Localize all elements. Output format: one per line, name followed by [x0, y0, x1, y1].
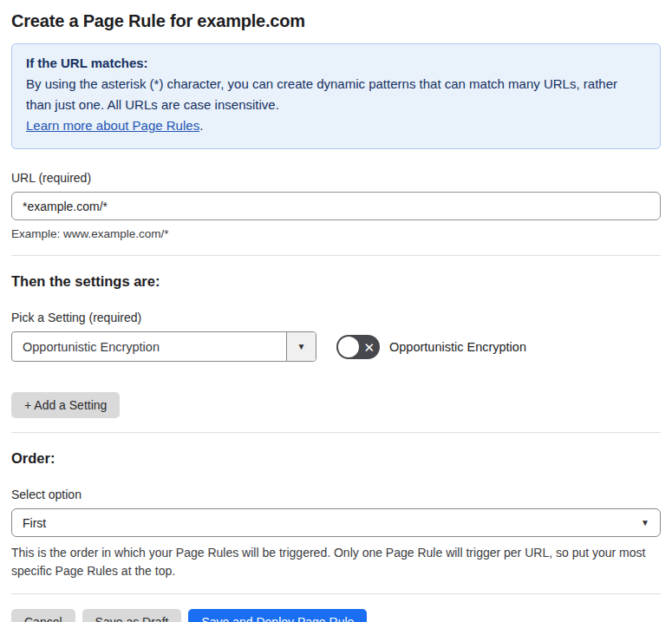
caret-down-icon: ▼	[297, 342, 306, 351]
order-select[interactable]: First ▼	[11, 508, 661, 537]
info-box-body: By using the asterisk (*) character, you…	[26, 74, 646, 115]
pick-setting-label: Pick a Setting (required)	[11, 311, 661, 324]
setting-dropdown[interactable]: Opportunistic Encryption ▼	[11, 331, 316, 362]
order-select-value: First	[23, 516, 46, 530]
order-help-text: This is the order in which your Page Rul…	[11, 544, 661, 580]
form-actions: Cancel Save as Draft Save and Deploy Pag…	[11, 609, 661, 622]
link-suffix: .	[199, 118, 203, 133]
toggle-off-x-icon: ✕	[363, 340, 375, 353]
url-example-text: Example: www.example.com/*	[11, 227, 661, 240]
save-draft-button[interactable]: Save as Draft	[82, 609, 182, 622]
url-match-info-box: If the URL matches: By using the asteris…	[11, 43, 661, 149]
settings-section-heading: Then the settings are:	[11, 273, 661, 290]
page-title: Create a Page Rule for example.com	[11, 11, 661, 31]
caret-down-icon: ▼	[641, 518, 649, 527]
cancel-button[interactable]: Cancel	[11, 609, 75, 622]
order-section-heading: Order:	[11, 450, 661, 467]
info-box-heading: If the URL matches:	[26, 53, 646, 74]
order-select-label: Select option	[11, 488, 661, 501]
toggle-label: Opportunistic Encryption	[389, 340, 526, 354]
add-setting-button[interactable]: + Add a Setting	[11, 392, 120, 418]
page-rule-form: Create a Page Rule for example.com If th…	[0, 11, 672, 622]
learn-more-link[interactable]: Learn more about Page Rules	[26, 118, 199, 133]
section-divider	[11, 255, 661, 256]
opportunistic-encryption-toggle[interactable]: ✕	[336, 335, 380, 359]
setting-dropdown-value: Opportunistic Encryption	[12, 332, 286, 361]
setting-dropdown-button[interactable]: ▼	[286, 332, 316, 361]
info-box-link-line: Learn more about Page Rules.	[26, 115, 646, 136]
setting-row: Opportunistic Encryption ▼ ✕ Opportunist…	[11, 331, 661, 362]
url-field-label: URL (required)	[11, 171, 661, 185]
actions-divider	[11, 593, 661, 594]
order-divider	[11, 432, 661, 433]
url-input[interactable]	[11, 192, 661, 220]
toggle-knob	[338, 337, 359, 357]
save-deploy-button[interactable]: Save and Deploy Page Rule	[188, 609, 367, 622]
